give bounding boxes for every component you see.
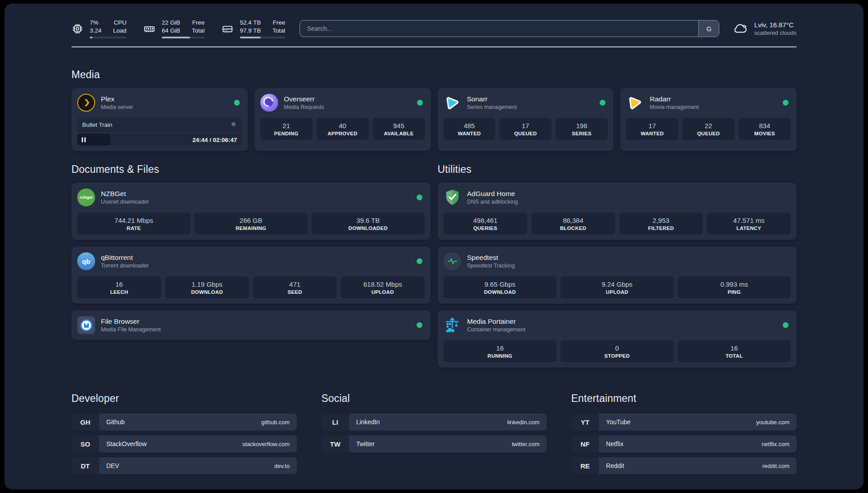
weather-text: Lviv, 16.87°C scattered clouds bbox=[754, 21, 797, 36]
topbar: 7% CPU 3.24 Load bbox=[71, 17, 797, 40]
stat-value: 2,953 bbox=[621, 217, 701, 224]
app-subtitle: Speedtest Tracking bbox=[467, 263, 515, 269]
bookmark-abbr: YT bbox=[571, 414, 599, 430]
search-bar: G bbox=[300, 20, 720, 37]
radarr-icon bbox=[626, 94, 644, 112]
adguard-card[interactable]: AdGuard Home DNS and adblocking 498,461 … bbox=[438, 183, 797, 240]
bookmark-linkedin[interactable]: LI LinkedIn linkedin.com bbox=[321, 414, 547, 430]
stat-value: 9.24 Gbps bbox=[562, 280, 672, 288]
stat-value: 16 bbox=[445, 344, 555, 352]
disk-readout: 52.4 TB Free 97.9 TB Total bbox=[240, 19, 285, 38]
memory-icon bbox=[143, 23, 155, 35]
app-name: Sonarr bbox=[467, 95, 517, 103]
stat-label: AVAILABLE bbox=[375, 131, 423, 136]
stat-label: WANTED bbox=[628, 131, 676, 136]
bookmark-reddit[interactable]: RE Reddit reddit.com bbox=[571, 457, 797, 474]
cpu-label: CPU bbox=[113, 19, 126, 27]
section-title-social: Social bbox=[321, 393, 547, 405]
status-dot bbox=[417, 322, 422, 328]
stat-value: 22 bbox=[684, 122, 733, 130]
bookmark-url: netflix.com bbox=[762, 441, 789, 447]
stat-downloaded: 39.6 TB DOWNLOADED bbox=[312, 213, 425, 234]
weather-location-temp: Lviv, 16.87°C bbox=[754, 21, 797, 29]
now-playing-title: Bullet Train bbox=[82, 121, 113, 128]
playback-time: 24:44 / 02:06:47 bbox=[192, 136, 237, 143]
bookmark-name: Reddit bbox=[606, 462, 624, 469]
memory-stat: 22 GiB Free 64 GiB Total bbox=[143, 19, 204, 38]
stat-label: UPLOAD bbox=[342, 289, 423, 295]
app-name: File Browser bbox=[101, 318, 161, 326]
filebrowser-card[interactable]: File Browser Media File Management bbox=[71, 310, 430, 340]
stat-label: REMAINING bbox=[196, 226, 305, 231]
bookmark-github[interactable]: GH Github github.com bbox=[71, 414, 297, 430]
portainer-icon bbox=[443, 316, 461, 334]
bookmark-dev[interactable]: DT DEV dev.to bbox=[71, 457, 297, 474]
plex-card[interactable]: Plex Media server Bullet Train bbox=[71, 88, 248, 151]
section-title-developer: Developer bbox=[71, 393, 297, 405]
disk-total-label: Total bbox=[272, 27, 285, 35]
search-input[interactable] bbox=[300, 20, 720, 37]
bookmark-twitter[interactable]: TW Twitter twitter.com bbox=[321, 435, 547, 452]
status-dot bbox=[417, 100, 423, 106]
radarr-card[interactable]: Radarr Movie management 17 WANTED 22 QUE… bbox=[620, 88, 797, 151]
media-section: Media Plex Media server Bullet Train bbox=[71, 69, 797, 151]
bookmark-name: LinkedIn bbox=[356, 418, 380, 426]
stat-value: 47.571 ms bbox=[709, 217, 789, 224]
bookmark-stackoverflow[interactable]: SO StackOverflow stackoverflow.com bbox=[71, 435, 297, 452]
app-subtitle: DNS and adblocking bbox=[467, 199, 518, 205]
bookmark-url: youtube.com bbox=[756, 419, 789, 426]
stat-movies: 834 MOVIES bbox=[739, 118, 791, 140]
nzbget-icon: nzbget bbox=[77, 188, 95, 206]
portainer-card[interactable]: Media Portainer Container management 16 … bbox=[438, 310, 797, 368]
bookmark-name: DEV bbox=[106, 462, 119, 469]
playback-progress-bar: 24:44 / 02:06:47 bbox=[77, 134, 242, 146]
app-name: Plex bbox=[101, 95, 133, 103]
cpu-stat: 7% CPU 3.24 Load bbox=[71, 19, 126, 38]
section-title-media: Media bbox=[71, 69, 797, 81]
stat-label: SERIES bbox=[557, 131, 606, 136]
section-title-entertainment: Entertainment bbox=[571, 393, 797, 405]
bookmark-abbr: RE bbox=[571, 457, 599, 474]
stat-label: RUNNING bbox=[445, 353, 555, 359]
speedtest-card[interactable]: Speedtest Speedtest Tracking 9.65 Gbps D… bbox=[438, 246, 797, 304]
overseerr-card[interactable]: Overseerr Media Requests 21 PENDING 40 A… bbox=[255, 88, 431, 151]
section-title-utilities: Utilities bbox=[438, 163, 797, 175]
stat-available: 945 AVAILABLE bbox=[373, 118, 425, 140]
settings-icon[interactable] bbox=[230, 121, 237, 129]
bookmark-name: Twitter bbox=[356, 440, 375, 447]
stat-label: PENDING bbox=[262, 131, 311, 136]
stat-upload: 618.52 Mbps UPLOAD bbox=[341, 276, 425, 298]
bookmark-name: StackOverflow bbox=[106, 440, 146, 447]
app-name: NZBGet bbox=[101, 190, 149, 198]
disk-free: 52.4 TB bbox=[240, 19, 261, 27]
bookmark-netflix[interactable]: NF Netflix netflix.com bbox=[571, 435, 797, 452]
sonarr-card[interactable]: Sonarr Series management 485 WANTED 17 Q… bbox=[438, 88, 614, 151]
speedtest-icon bbox=[443, 252, 461, 270]
stat-wanted: 485 WANTED bbox=[443, 118, 496, 140]
overseerr-icon bbox=[260, 94, 278, 112]
cpu-load-label: Load bbox=[113, 27, 126, 35]
disk-icon bbox=[221, 23, 234, 35]
app-name: Overseerr bbox=[284, 95, 324, 103]
bookmark-url: linkedin.com bbox=[507, 419, 539, 426]
cpu-usage: 7% bbox=[90, 19, 101, 27]
stat-label: MOVIES bbox=[740, 131, 789, 136]
app-name: qBittorrent bbox=[101, 254, 149, 262]
stat-value: 40 bbox=[318, 122, 367, 130]
nzbget-card[interactable]: nzbget NZBGet Usenet downloader 744.21 M… bbox=[71, 183, 430, 240]
stat-value: 266 GB bbox=[196, 217, 305, 224]
bookmark-name: Github bbox=[106, 418, 125, 426]
section-title-documents: Documents & Files bbox=[71, 163, 430, 175]
stat-label: WANTED bbox=[445, 131, 494, 136]
pause-icon[interactable] bbox=[82, 137, 86, 142]
stat-leech: 16 LEECH bbox=[77, 276, 161, 298]
disk-free-label: Free bbox=[272, 19, 285, 27]
search-engine-button[interactable]: G bbox=[698, 21, 719, 37]
qbittorrent-card[interactable]: qb qBittorrent Torrent downloader 16 LEE… bbox=[71, 246, 430, 304]
stat-latency: 47.571 ms LATENCY bbox=[707, 213, 791, 234]
bookmark-url: twitter.com bbox=[512, 441, 539, 447]
stat-remaining: 266 GB REMAINING bbox=[194, 213, 307, 234]
bookmark-youtube[interactable]: YT YouTube youtube.com bbox=[571, 414, 797, 430]
now-playing-widget: Bullet Train 24:44 / 02:06:47 bbox=[77, 117, 242, 146]
cpu-load: 3.24 bbox=[90, 27, 101, 35]
